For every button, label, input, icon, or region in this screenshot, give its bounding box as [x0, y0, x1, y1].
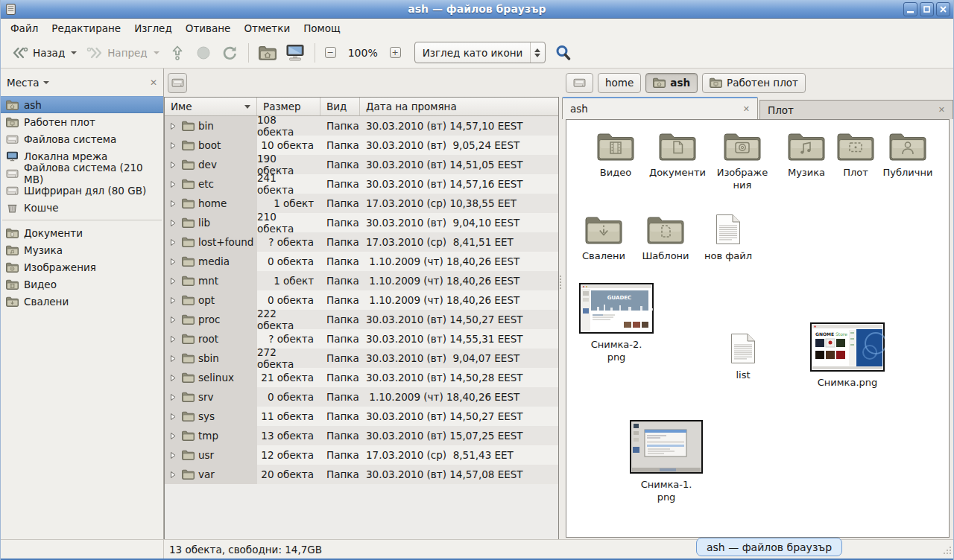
stop-button[interactable]: [191, 41, 216, 65]
zoom-in-button[interactable]: +: [385, 43, 405, 62]
expander-icon[interactable]: [169, 451, 177, 459]
table-row[interactable]: var 20 обекта Папка 30.03.2010 (вт) 14,5…: [165, 465, 558, 484]
menu-item-1[interactable]: Редактиране: [45, 20, 127, 36]
expander-icon[interactable]: [169, 296, 177, 305]
sidebar-close-icon[interactable]: ✕: [150, 77, 157, 88]
sidebar-mode-select[interactable]: Места: [7, 77, 49, 89]
expander-icon[interactable]: [169, 374, 177, 382]
table-row[interactable]: sys 11 обекта Папка 30.03.2010 (вт) 14,5…: [165, 407, 558, 426]
menu-item-2[interactable]: Изглед: [127, 20, 179, 36]
expander-icon[interactable]: [169, 122, 177, 130]
sidebar-item-12[interactable]: Свалени: [1, 293, 163, 310]
home-button[interactable]: [254, 42, 281, 64]
menu-item-5[interactable]: Помощ: [297, 20, 347, 36]
expander-icon[interactable]: [169, 238, 177, 246]
expander-icon[interactable]: [169, 180, 177, 188]
sidebar-item-11[interactable]: Видео: [1, 276, 163, 293]
table-row[interactable]: home 1 обект Папка 17.03.2010 (ср) 10,38…: [165, 194, 558, 213]
sidebar-item-0[interactable]: ash: [1, 96, 163, 113]
tab-close-icon[interactable]: ✕: [734, 104, 750, 114]
icon-item-5[interactable]: Публични: [871, 132, 945, 179]
icon-item-1[interactable]: Документи: [640, 132, 715, 179]
column-header-date[interactable]: Дата на промяна: [360, 98, 558, 115]
screenshot-guadec-thumbnail: GUADEC: [579, 283, 654, 334]
table-row[interactable]: proc 222 обекта Папка 30.03.2010 (вт) 14…: [165, 310, 558, 329]
expander-icon[interactable]: [169, 354, 177, 363]
expander-icon[interactable]: [169, 432, 177, 440]
path-button-0[interactable]: [566, 73, 593, 93]
sidebar-item-8[interactable]: Документи: [1, 224, 163, 241]
sidebar-item-5[interactable]: Шифриран дял (80 GB): [1, 182, 163, 199]
cell-name: var: [165, 465, 257, 484]
zoom-out-button[interactable]: −: [320, 43, 341, 62]
sidebar-item-4[interactable]: Файлова система (210 MB): [1, 165, 163, 182]
icon-view[interactable]: Видео Документи Изображения Музика Плот …: [566, 119, 950, 538]
sidebar-item-6[interactable]: Кошче: [1, 199, 163, 216]
table-row[interactable]: lost+found ? обекта Папка 17.03.2010 (ср…: [165, 232, 558, 252]
back-dropdown-icon[interactable]: [71, 51, 77, 54]
table-row[interactable]: srv 0 обекта Папка 1.10.2009 (чт) 18,40,…: [165, 387, 558, 407]
forward-dropdown-icon[interactable]: [154, 51, 159, 54]
table-row[interactable]: mnt 1 обект Папка 1.10.2009 (чт) 18,40,2…: [165, 271, 558, 290]
path-button-2[interactable]: ash: [645, 73, 698, 93]
table-row[interactable]: media 0 обекта Папка 1.10.2009 (чт) 18,4…: [165, 252, 558, 271]
menu-item-3[interactable]: Отиване: [179, 20, 238, 36]
expander-icon[interactable]: [169, 141, 177, 150]
icon-item-11[interactable]: GNOMEStore Снимка.png: [806, 322, 888, 389]
search-button[interactable]: [555, 44, 572, 62]
sidebar-item-10[interactable]: Изображения: [1, 258, 163, 276]
icon-item-10[interactable]: list: [706, 333, 780, 382]
table-row[interactable]: etc 241 обекта Папка 30.03.2010 (вт) 14,…: [165, 174, 558, 194]
resize-grip[interactable]: [943, 546, 952, 557]
forward-button[interactable]: Напред: [81, 41, 163, 65]
up-button[interactable]: [164, 40, 191, 66]
expander-icon[interactable]: [169, 413, 177, 421]
expander-icon[interactable]: [169, 258, 177, 266]
icon-item-9[interactable]: GUADEC Снимка-2.png: [575, 283, 657, 364]
table-row[interactable]: boot 10 обекта Папка 30.03.2010 (вт) 9,0…: [165, 136, 558, 155]
icon-item-12[interactable]: Снимка-1.png: [625, 420, 707, 504]
column-header-size[interactable]: Размер: [257, 98, 320, 115]
table-row[interactable]: lib 210 обекта Папка 30.03.2010 (вт) 9,0…: [165, 213, 558, 232]
tab-0[interactable]: ash ✕: [562, 97, 758, 119]
close-button[interactable]: [936, 2, 950, 16]
pictures-folder-large-icon: [724, 132, 761, 162]
sidebar-item-1[interactable]: Работен плот: [1, 113, 163, 130]
expander-icon[interactable]: [169, 161, 177, 169]
menu-item-4[interactable]: Отметки: [237, 20, 297, 36]
table-row[interactable]: selinux 21 обекта Папка 30.03.2010 (вт) …: [165, 368, 558, 387]
icon-item-8[interactable]: нов файл: [691, 214, 765, 263]
column-header-type[interactable]: Вид: [320, 98, 360, 115]
tab-1[interactable]: Плот ✕: [759, 100, 953, 119]
computer-button[interactable]: [281, 40, 309, 66]
expander-icon[interactable]: [169, 219, 177, 227]
sidebar-item-2[interactable]: Файлова система: [1, 130, 163, 147]
maximize-button[interactable]: [920, 2, 934, 16]
table-row[interactable]: dev 190 обекта Папка 30.03.2010 (вт) 14,…: [165, 155, 558, 174]
expander-icon[interactable]: [169, 200, 177, 208]
minimize-button[interactable]: [903, 2, 917, 16]
titlebar[interactable]: ash — файлов браузър: [1, 0, 953, 19]
expander-icon[interactable]: [169, 316, 177, 324]
table-row[interactable]: tmp 13 обекта Папка 30.03.2010 (вт) 15,0…: [165, 426, 558, 445]
view-mode-select[interactable]: Изглед като икони: [414, 42, 546, 63]
icon-item-2[interactable]: Изображения: [705, 132, 780, 192]
expander-icon[interactable]: [169, 277, 177, 285]
path-button-1[interactable]: home: [598, 73, 641, 93]
tab-close-icon[interactable]: ✕: [929, 105, 945, 115]
table-row[interactable]: opt 0 обекта Папка 1.10.2009 (чт) 18,40,…: [165, 290, 558, 310]
expander-icon[interactable]: [169, 393, 177, 401]
sidebar-item-9[interactable]: Музика: [1, 241, 163, 258]
table-row[interactable]: bin 108 обекта Папка 30.03.2010 (вт) 14,…: [165, 116, 558, 136]
expander-icon[interactable]: [169, 335, 177, 343]
reload-button[interactable]: [216, 40, 243, 66]
table-row[interactable]: usr 12 обекта Папка 17.03.2010 (ср) 8,51…: [165, 445, 558, 465]
table-row[interactable]: sbin 272 обекта Папка 30.03.2010 (вт) 9,…: [165, 349, 558, 368]
expander-icon[interactable]: [169, 471, 177, 479]
column-header-name[interactable]: Име: [165, 98, 257, 115]
table-row[interactable]: root ? обекта Папка 30.03.2010 (вт) 14,5…: [165, 329, 558, 349]
path-button-3[interactable]: Работен плот: [702, 73, 806, 93]
menu-item-0[interactable]: Файл: [4, 20, 45, 36]
root-drive-button[interactable]: [168, 73, 187, 93]
back-button[interactable]: Назад: [7, 41, 81, 65]
